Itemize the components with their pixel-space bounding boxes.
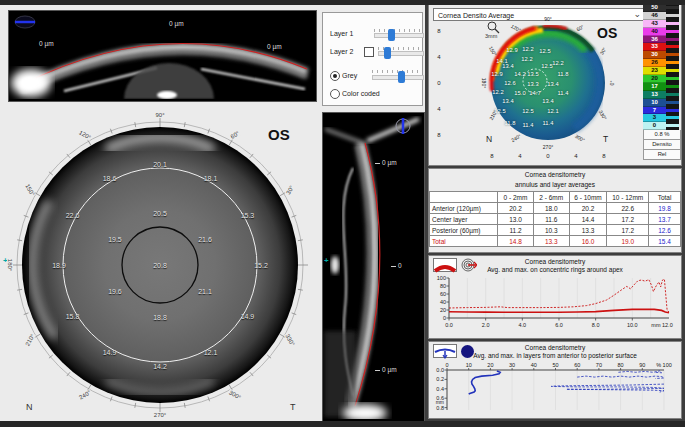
color-map-value: 11.8	[558, 71, 569, 77]
layer2-slider-thumb[interactable]	[384, 47, 391, 59]
grey-map-value: 15.3	[241, 211, 255, 218]
color-map-v-axis-label: 0	[437, 80, 440, 86]
color-map-value: 12.2	[521, 56, 532, 62]
svg-text:30: 30	[509, 362, 515, 368]
table-header	[430, 192, 498, 203]
densito-average-color-map: 3mm OS N T 12.912.212.514.112.212.213.41…	[429, 3, 643, 165]
rings-chart-panel: Cornea densitometry Avg. and max. on con…	[428, 255, 682, 339]
scale-band: 0	[643, 122, 681, 130]
scale-band: 43	[643, 20, 681, 28]
svg-text:60: 60	[574, 362, 580, 368]
cornea-section-icon	[433, 258, 457, 272]
grey-map-value: 15.8	[66, 312, 80, 319]
svg-text:0.0: 0.0	[445, 322, 453, 328]
layer2-checkbox[interactable]	[364, 47, 374, 57]
color-map-value: 12.1	[547, 108, 558, 114]
grey-map-value: 19.5	[108, 236, 122, 243]
layer-display-controls: Layer 1 Layer 2 Grey Color coded	[322, 12, 423, 106]
pupil-circle-icon	[461, 345, 474, 358]
densitometry-grey-map: OS 20.8 N T + 20.519.521.619.621.118.815…	[0, 106, 320, 420]
grey-opacity-slider-thumb[interactable]	[398, 71, 405, 83]
scale-mode-label: Rel	[643, 150, 681, 160]
color-map-h-axis-label: 4	[518, 153, 521, 159]
grey-map-value: 14.9	[103, 349, 117, 356]
grey-map-nasal-label: N	[26, 402, 33, 412]
svg-text:70: 70	[596, 362, 602, 368]
pentacam-densitometry-screen: 0 µm 0 µm 0 µm Layer 1 Layer 2 Grey	[0, 0, 685, 427]
color-map-value: 12.2	[522, 46, 533, 52]
layer-chart-plot: 0102030405060708090% 1000.00.20.40.60.8m…	[429, 359, 681, 417]
pachy-label-top: 0 µm	[382, 159, 397, 166]
color-map-value: 13.4	[502, 63, 513, 69]
svg-text:0: 0	[445, 362, 448, 368]
svg-text:10.0: 10.0	[627, 322, 638, 328]
svg-text:0.0: 0.0	[436, 367, 444, 373]
eye-orientation-icon	[15, 16, 35, 28]
scale-band: 30	[643, 51, 681, 59]
color-map-h-axis-label: 8	[602, 153, 605, 159]
scale-band: 10	[643, 99, 681, 107]
color-map-value: 15.0	[514, 90, 525, 96]
color-map-h-axis-label: 0	[546, 153, 549, 159]
svg-text:50: 50	[552, 362, 558, 368]
grey-map-value: 18.9	[52, 262, 66, 269]
svg-text:60: 60	[440, 291, 446, 297]
layer2-slider[interactable]	[378, 51, 424, 56]
color-map-angle-label: 180°	[481, 78, 487, 88]
grey-radio[interactable]	[330, 71, 340, 81]
svg-text:0.2: 0.2	[436, 376, 444, 382]
color-map-value: 12.2	[552, 60, 563, 66]
scale-band: 17	[643, 83, 681, 91]
grey-map-center-value: 20.8	[153, 262, 167, 269]
grey-map-angle-label: 270°	[153, 412, 167, 418]
densito-color-scale: 504643403633302623201713107300.8 %Densit…	[643, 4, 681, 160]
color-coded-radio[interactable]	[330, 89, 340, 99]
grey-map-value: 20.5	[153, 210, 167, 217]
color-map-temporal-label: T	[603, 134, 608, 144]
layers-icon	[433, 344, 457, 358]
color-map-value: 14.2	[514, 71, 525, 77]
color-map-value: 13.4	[542, 98, 553, 104]
grey-map-value: 19.6	[108, 288, 122, 295]
svg-text:90: 90	[639, 362, 645, 368]
svg-text:0.4: 0.4	[436, 386, 444, 392]
color-map-eye-label: OS	[597, 25, 617, 41]
color-map-value: 12.6	[504, 80, 515, 86]
scale-band: 33	[643, 43, 681, 51]
grey-map-value: 18.8	[153, 314, 167, 321]
svg-text:100: 100	[437, 275, 446, 281]
scale-unit-label: Densito	[643, 140, 681, 150]
grey-map-value: 18.1	[204, 174, 218, 181]
scale-band: 3	[643, 114, 681, 122]
grey-map-eye-label: OS	[268, 126, 290, 143]
color-coded-radio-label: Color coded	[342, 90, 380, 97]
svg-text:8.0: 8.0	[592, 322, 600, 328]
annulus-averages-panel: Cornea densitometry annulus and layer av…	[428, 168, 682, 253]
pachy-label-bottom: 0 µm	[382, 366, 397, 373]
pachy-label-top: 0 µm	[169, 20, 184, 27]
color-map-angle-label: 270°	[543, 144, 553, 150]
grey-map-value: 15.2	[254, 262, 268, 269]
scale-band: 46	[643, 12, 681, 20]
color-map-value: 13.5	[527, 71, 538, 77]
scale-band: 36	[643, 36, 681, 44]
grey-map-angle-label: 180°	[7, 258, 13, 272]
grey-slider-ticks	[372, 70, 422, 73]
layer1-slider-thumb[interactable]	[388, 29, 395, 41]
color-map-value: 12.9	[506, 47, 517, 53]
svg-text:mm 12.0: mm 12.0	[651, 322, 672, 328]
grey-opacity-slider[interactable]	[372, 75, 424, 80]
grey-map-value: 21.6	[198, 236, 212, 243]
layer1-slider-ticks	[374, 29, 422, 32]
color-map-v-axis-label: 4	[437, 54, 440, 60]
scale-step-label: 0.8 %	[643, 130, 681, 140]
svg-text:4.0: 4.0	[518, 322, 526, 328]
concentric-rings-icon	[461, 258, 477, 272]
svg-text:0.8: 0.8	[436, 405, 444, 411]
color-map-value: 11.4	[558, 90, 569, 96]
table-row: Anterior (120µm)20.218.020.222.619.8	[430, 203, 681, 214]
scale-band: 26	[643, 59, 681, 67]
table-row: Total14.813.316.019.015.4	[430, 236, 681, 247]
color-map-v-axis-label: 8	[437, 132, 440, 138]
layer1-slider[interactable]	[374, 33, 424, 38]
